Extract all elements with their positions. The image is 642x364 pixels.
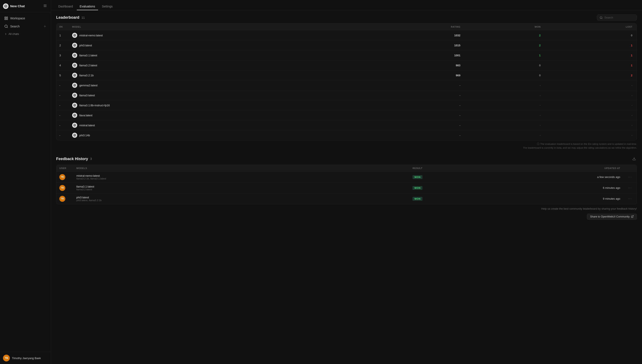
model-cell: llama3.2:latest: [69, 60, 360, 70]
leaderboard-table-wrapper: RK MODEL RATING WON LOST 1: [56, 23, 637, 140]
rating-cell: -: [360, 110, 463, 120]
rating-cell: -: [360, 100, 463, 110]
model-name: llava:latest: [79, 114, 92, 117]
svg-rect-6: [7, 17, 8, 18]
leaderboard-search-box[interactable]: [597, 14, 637, 20]
svg-point-33: [74, 124, 76, 126]
model-icon: [72, 83, 77, 88]
model-icon: [72, 63, 77, 68]
svg-point-1: [5, 6, 6, 6]
sidebar: New Chat Workspace: [0, 0, 51, 364]
svg-point-15: [74, 34, 76, 36]
rating-cell: 983: [360, 60, 463, 70]
won-cell: 0: [463, 60, 543, 70]
feedback-table: USER MODELS RESULT UPDATED AT TB mistral…: [56, 165, 637, 204]
svg-line-10: [7, 27, 8, 28]
rating-cell: 1001: [360, 50, 463, 60]
svg-point-20: [74, 55, 75, 56]
model-name: mistral:latest: [79, 124, 95, 127]
edit-icon[interactable]: [42, 3, 48, 9]
svg-point-23: [74, 74, 76, 76]
leaderboard-table-row: 4 llama3.2:latest 983 0 1: [56, 60, 637, 70]
feedback-user-cell: TB: [56, 182, 73, 193]
col-updated-at: UPDATED AT: [425, 165, 623, 172]
feedback-history-title: Feedback History: [56, 157, 88, 161]
model-name: mistral-nemo:latest: [79, 34, 103, 37]
svg-point-0: [5, 5, 7, 8]
leaderboard-table-row: - llava:latest - - -: [56, 110, 637, 120]
tab-evaluations[interactable]: Evaluations: [77, 3, 98, 10]
won-cell: -: [463, 80, 543, 90]
search-input[interactable]: [604, 16, 634, 19]
model-name: llama3:latest: [79, 94, 95, 97]
rank-cell: 2: [56, 40, 69, 50]
won-cell: 0: [463, 70, 543, 80]
rating-cell: 1015: [360, 40, 463, 50]
new-chat-button[interactable]: New Chat: [3, 4, 25, 9]
model-icon: [72, 33, 77, 38]
feedback-winner-model: llama3.1:latest: [76, 185, 314, 188]
svg-point-30: [74, 105, 75, 106]
rank-cell: -: [56, 90, 69, 100]
model-icon: [72, 103, 77, 108]
leaderboard-table-row: 3 llama3.1:latest 1001 1 1: [56, 50, 637, 60]
model-cell: llama3.1:latest: [69, 50, 360, 60]
rank-cell: 3: [56, 50, 69, 60]
feedback-loser-model: llama3.2:latest: [76, 188, 314, 191]
lost-cell: -: [544, 80, 637, 90]
leaderboard-count: 11: [82, 16, 85, 19]
tab-dashboard[interactable]: Dashboard: [55, 3, 76, 10]
sidebar-item-all-chats[interactable]: All chats: [1, 30, 50, 37]
sidebar-item-workspace[interactable]: Workspace: [1, 14, 50, 22]
result-badge: WON: [412, 197, 422, 201]
svg-point-19: [74, 54, 76, 56]
leaderboard-table-row: 5 llama3.2:1b 969 0 2: [56, 70, 637, 80]
leaderboard-table-header-row: RK MODEL RATING WON LOST: [56, 24, 637, 30]
lost-cell: -: [544, 130, 637, 140]
feedback-loser-model: llama3.2:1b, llama3.1:latest: [76, 177, 314, 180]
tab-settings[interactable]: Settings: [99, 3, 116, 10]
rank-cell: 1: [56, 30, 69, 40]
feedback-result-cell: WON: [317, 172, 425, 182]
feedback-winner-model: mistral-nemo:latest: [76, 174, 314, 177]
feedback-updated-at: 9 minutes ago: [425, 193, 623, 204]
leaderboard-section-header: Leaderboard 11: [56, 14, 637, 20]
col-actions: [623, 165, 637, 172]
model-icon: [72, 93, 77, 98]
download-icon[interactable]: [631, 156, 637, 162]
more-options-button[interactable]: ···: [626, 196, 634, 202]
svg-rect-7: [5, 19, 6, 20]
avatar: TB: [3, 355, 10, 362]
feedback-history-section: Feedback History 3 USER MO: [56, 156, 637, 220]
model-icon: [72, 113, 77, 118]
lost-cell: 1: [544, 50, 637, 60]
won-cell: -: [463, 130, 543, 140]
model-name: llama3.2:latest: [79, 64, 97, 67]
model-name: llama3.1:8b-instruct-fp16: [79, 104, 110, 107]
lost-cell: -: [544, 120, 637, 130]
sidebar-item-search[interactable]: Search: [1, 22, 50, 30]
feedback-models-cell: mistral-nemo:latest llama3.2:1b, llama3.…: [73, 172, 317, 182]
col-won: WON: [463, 24, 543, 30]
user-profile[interactable]: TB Timothy Jaeryang Baek: [0, 352, 51, 364]
svg-point-22: [74, 65, 75, 66]
share-community-button[interactable]: Share to OpenWebUI Community: [587, 214, 637, 220]
rating-cell: -: [360, 120, 463, 130]
more-options-button[interactable]: ···: [626, 174, 634, 180]
svg-line-38: [632, 216, 633, 217]
rating-cell: -: [360, 90, 463, 100]
rank-cell: 5: [56, 70, 69, 80]
more-options-button[interactable]: ···: [626, 185, 634, 191]
feedback-header: Feedback History 3: [56, 156, 637, 162]
model-name: gemma2:latest: [79, 84, 98, 87]
feedback-avatar: TB: [59, 174, 65, 180]
new-chat-label: New Chat: [10, 4, 25, 8]
won-cell: 2: [463, 30, 543, 40]
feedback-table-row: TB phi3:latest phi3:latest, llama3.2:1b …: [56, 193, 637, 204]
col-model: MODEL: [69, 24, 360, 30]
leaderboard-table-row: - llama3.1:8b-instruct-fp16 - - -: [56, 100, 637, 110]
sidebar-nav: Workspace Search All chats: [0, 12, 51, 39]
rank-cell: -: [56, 120, 69, 130]
leaderboard-table-row: - gemma2:latest - - -: [56, 80, 637, 90]
model-icon: [72, 123, 77, 128]
